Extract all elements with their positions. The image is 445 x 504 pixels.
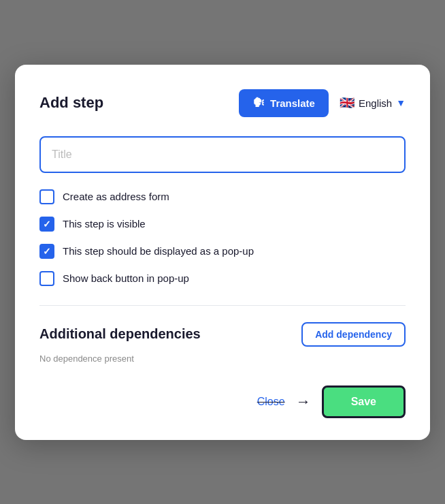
checkbox-label-cb4: Show back button in pop-up: [63, 272, 189, 284]
checkbox-label-cb2: This step is visible: [63, 218, 146, 230]
language-selector[interactable]: 🇬🇧 English ▼: [340, 95, 406, 110]
modal-header: Add step 🗣 Translate 🇬🇧 English ▼: [39, 89, 406, 117]
checkbox-cb1[interactable]: [39, 189, 54, 204]
checkbox-label-cb3: This step should be displayed as a pop-u…: [63, 245, 254, 257]
no-dependency-text: No dependence present: [39, 353, 406, 364]
dependencies-header: Additional dependencies Add dependency: [39, 322, 406, 347]
checkbox-item[interactable]: This step should be displayed as a pop-u…: [39, 244, 406, 259]
language-label: English: [359, 97, 392, 109]
translate-button-label: Translate: [270, 97, 315, 109]
checkbox-item[interactable]: Show back button in pop-up: [39, 271, 406, 286]
modal-container: Add step 🗣 Translate 🇬🇧 English ▼ Create…: [15, 65, 430, 440]
checkbox-label-cb1: Create as address form: [63, 191, 169, 202]
modal-title: Add step: [39, 94, 103, 112]
modal-footer: Close → Save: [39, 385, 406, 418]
title-input[interactable]: [39, 136, 406, 173]
checkbox-cb4[interactable]: [39, 271, 54, 286]
divider: [39, 305, 406, 306]
flag-icon: 🇬🇧: [340, 95, 355, 110]
dependencies-title: Additional dependencies: [39, 326, 201, 342]
translate-icon: 🗣: [252, 96, 265, 110]
checkbox-cb3[interactable]: [39, 244, 54, 259]
translate-button[interactable]: 🗣 Translate: [239, 89, 329, 117]
chevron-down-icon: ▼: [396, 97, 406, 108]
checkbox-group: Create as address formThis step is visib…: [39, 189, 406, 286]
save-button[interactable]: Save: [322, 385, 406, 418]
arrow-icon: →: [296, 393, 311, 411]
modal-overlay: Add step 🗣 Translate 🇬🇧 English ▼ Create…: [0, 0, 445, 504]
add-dependency-button[interactable]: Add dependency: [301, 322, 406, 347]
close-button[interactable]: Close: [257, 396, 285, 408]
checkbox-cb2[interactable]: [39, 217, 54, 232]
dependencies-section: Additional dependencies Add dependency N…: [39, 322, 406, 364]
checkbox-item[interactable]: This step is visible: [39, 217, 406, 232]
checkbox-item[interactable]: Create as address form: [39, 189, 406, 204]
